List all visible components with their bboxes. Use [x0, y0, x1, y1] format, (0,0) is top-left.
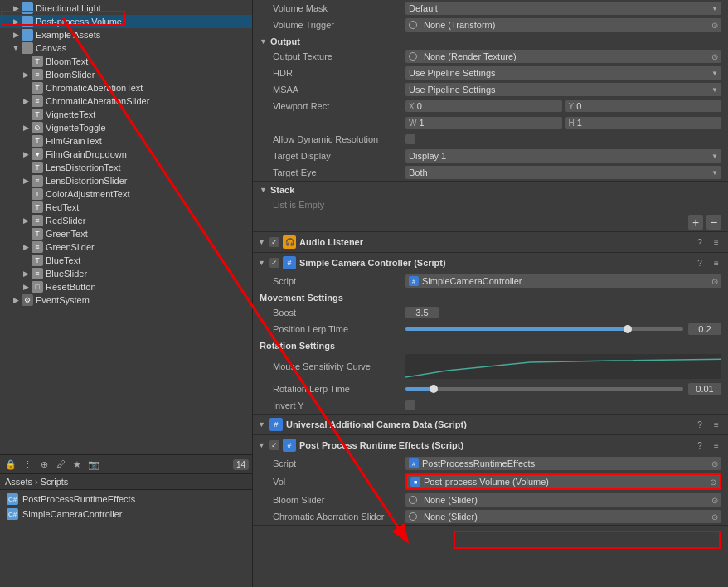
volume-trigger-ref[interactable]: None (Transform) ⊙ — [405, 18, 721, 32]
tree-item-vignette-toggle[interactable]: ▶ ⊙ VignetteToggle — [0, 121, 252, 134]
prop-label-chromatic-aberration: Chromatic Aberration Slider — [273, 512, 405, 522]
tree-item-bloom-slider[interactable]: ▶ ≡ BloomSlider — [0, 68, 252, 81]
audio-listener-header[interactable]: ▼ 🎧 Audio Listener ? ≡ — [253, 232, 728, 252]
tree-item-chromatic-text[interactable]: T ChromaticAberationText — [0, 81, 252, 95]
target-eye-select[interactable]: Both ▼ — [405, 166, 721, 179]
slider-thumb[interactable] — [430, 385, 438, 393]
output-texture-ref[interactable]: None (Render Texture) ⊙ — [405, 50, 721, 63]
slider-thumb[interactable] — [624, 325, 632, 333]
settings-button[interactable]: ≡ — [710, 439, 723, 452]
breadcrumb-assets[interactable]: Assets — [5, 477, 32, 487]
position-lerp-slider[interactable] — [405, 327, 683, 331]
output-header[interactable]: ▼ Output — [253, 33, 728, 48]
help-button[interactable]: ? — [693, 256, 706, 269]
script-ref[interactable]: # PostProcessRuntimeEffects ⊙ — [405, 457, 721, 470]
y-field[interactable]: Y 0 — [565, 100, 722, 112]
tree-arrow: ▶ — [22, 216, 30, 225]
post-process-checkbox[interactable] — [269, 440, 279, 450]
tree-item-lens-slider[interactable]: ▶ ≡ LensDistortionSlider — [0, 174, 252, 187]
stack-header[interactable]: ▼ Stack — [253, 182, 728, 196]
brush-button[interactable]: 🖊 — [53, 457, 68, 472]
text-icon: T — [32, 56, 43, 67]
x-field[interactable]: X 0 — [405, 100, 562, 112]
tree-label: ColorAdjustmentText — [46, 189, 130, 199]
allow-dynamic-checkbox[interactable] — [405, 134, 415, 144]
settings-button[interactable]: ≡ — [710, 418, 723, 431]
tree-item-color-adj-text[interactable]: T ColorAdjustmentText — [0, 187, 252, 201]
tree-item-example-assets[interactable]: ▶ Example Assets — [0, 28, 252, 41]
simple-camera-title: Simple Camera Controller (Script) — [299, 258, 693, 268]
camera-button[interactable]: 📷 — [86, 457, 101, 472]
vol-ref[interactable]: ■ Post-process Volume (Volume) ⊙ — [405, 473, 721, 490]
simple-camera-checkbox[interactable] — [269, 258, 279, 268]
asset-item-simple-camera[interactable]: C# SimpleCameraController — [0, 507, 252, 522]
w-field[interactable]: W 1 — [405, 117, 562, 129]
script-icon: # — [283, 256, 296, 269]
h-field[interactable]: H 1 — [565, 117, 722, 129]
prop-label-vol: Vol — [273, 477, 405, 487]
tree-item-blue-text[interactable]: T BlueText — [0, 254, 252, 267]
help-button[interactable]: ? — [693, 439, 706, 452]
tree-item-bloom-text[interactable]: T BloomText — [0, 55, 252, 68]
settings-button[interactable]: ≡ — [710, 256, 723, 269]
tree-item-vignette-text[interactable]: T VignetteText — [0, 108, 252, 121]
tree-item-chromatic-slider[interactable]: ▶ ≡ ChromaticAberationSlider — [0, 95, 252, 108]
cols-button[interactable]: ⋮ — [20, 457, 35, 472]
tree-arrow: ▶ — [22, 124, 30, 132]
hdr-select[interactable]: Use Pipeline Settings ▼ — [405, 66, 721, 80]
prop-value-volume-mask: Default ▼ — [405, 2, 721, 15]
sensitivity-curve-preview[interactable] — [405, 354, 721, 379]
script-ref[interactable]: # SimpleCameraController ⊙ — [405, 274, 721, 288]
volume-mask-select[interactable]: Default ▼ — [405, 2, 721, 15]
canvas-icon — [22, 42, 33, 54]
audio-listener-checkbox[interactable] — [269, 237, 279, 247]
help-button[interactable]: ? — [693, 235, 706, 249]
tree-item-canvas[interactable]: ▼ Canvas — [0, 41, 252, 55]
rotation-lerp-value[interactable]: 0.01 — [688, 383, 721, 395]
select-arrow-icon: ▼ — [711, 169, 718, 177]
chromatic-aberration-ref[interactable]: None (Slider) ⊙ — [405, 510, 721, 523]
asset-toolbar: 🔒 ⋮ ⊕ 🖊 ★ 📷 14 — [0, 455, 252, 474]
stack-remove-button[interactable]: − — [706, 215, 721, 230]
bloom-slider-ref[interactable]: None (Slider) ⊙ — [405, 493, 721, 507]
prop-value: Use Pipeline Settings ▼ — [405, 83, 721, 96]
script-icon: # — [283, 439, 296, 452]
tree-item-blue-slider[interactable]: ▶ ≡ BlueSlider — [0, 267, 252, 280]
star-button[interactable]: ★ — [70, 457, 85, 472]
lock-button[interactable]: 🔒 — [3, 457, 18, 472]
simple-camera-header[interactable]: ▼ # Simple Camera Controller (Script) ? … — [253, 253, 728, 273]
tree-item-post-process-volume[interactable]: ▶ Post-process Volume — [0, 15, 252, 28]
tree-label: Example Assets — [36, 30, 100, 40]
asset-item-post-process[interactable]: C# PostProcessRuntimeEffects — [0, 492, 252, 507]
tree-item-directional-light[interactable]: ▶ Directional Light — [0, 2, 252, 15]
tree-item-red-slider[interactable]: ▶ ≡ RedSlider — [0, 214, 252, 227]
prop-label-bloom-slider: Bloom Slider — [273, 495, 405, 505]
tree-arrow: ▶ — [22, 283, 30, 291]
invert-y-checkbox[interactable] — [405, 400, 415, 410]
tree-item-green-text[interactable]: T GreenText — [0, 227, 252, 240]
tree-item-filmgrain-text[interactable]: T FilmGrainText — [0, 134, 252, 148]
prop-value-mouse-sensitivity — [405, 354, 721, 379]
tree-item-lens-distortion-text[interactable]: T LensDistortionText — [0, 161, 252, 174]
rotation-lerp-slider[interactable] — [405, 387, 683, 391]
target-display-select[interactable]: Display 1 ▼ — [405, 149, 721, 163]
breadcrumb-separator: › — [35, 477, 38, 487]
ref-dot-icon: ⊙ — [710, 478, 716, 487]
help-button[interactable]: ? — [693, 418, 706, 431]
boost-input[interactable]: 3.5 — [405, 307, 439, 318]
tree-item-event-system[interactable]: ▶ ⚙ EventSystem — [0, 294, 252, 307]
breadcrumb-scripts[interactable]: Scripts — [41, 477, 69, 487]
stack-add-button[interactable]: + — [688, 215, 703, 230]
add-button[interactable]: ⊕ — [36, 457, 51, 472]
position-lerp-value[interactable]: 0.2 — [688, 323, 721, 335]
tree-item-filmgrain-dropdown[interactable]: ▶ ▾ FilmGrainDropdown — [0, 148, 252, 161]
universal-camera-header[interactable]: ▼ # Universal Additional Camera Data (Sc… — [253, 415, 728, 434]
settings-button[interactable]: ≡ — [710, 235, 723, 249]
prop-label: Target Eye — [273, 167, 405, 177]
tree-item-green-slider[interactable]: ▶ ≡ GreenSlider — [0, 240, 252, 254]
post-process-header[interactable]: ▼ # Post Process Runtime Effects (Script… — [253, 435, 728, 455]
tree-arrow: ▶ — [22, 177, 30, 185]
msaa-select[interactable]: Use Pipeline Settings ▼ — [405, 83, 721, 96]
tree-item-red-text[interactable]: T RedText — [0, 201, 252, 214]
tree-item-reset-button[interactable]: ▶ □ ResetButton — [0, 280, 252, 294]
